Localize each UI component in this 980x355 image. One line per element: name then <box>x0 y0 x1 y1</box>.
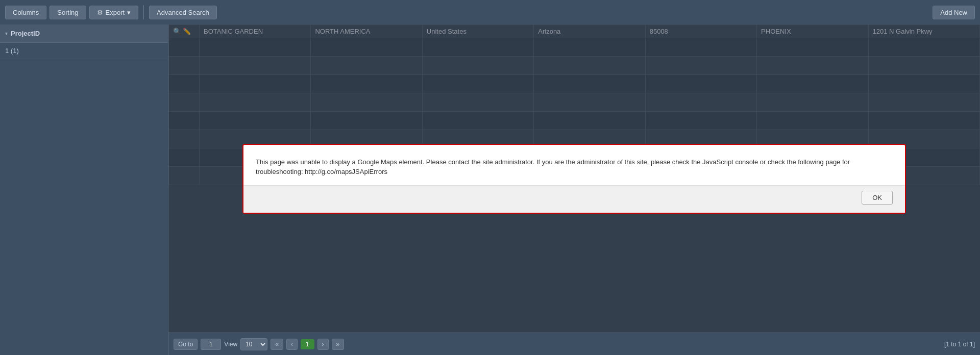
pagination-info: [1 to 1 of 1] <box>944 341 975 348</box>
export-dropdown-icon: ▾ <box>127 9 131 16</box>
project-header: ▾ ProjectID <box>0 24 168 43</box>
next-page-button[interactable]: › <box>317 339 329 350</box>
export-button[interactable]: ⚙ Export ▾ <box>89 6 139 19</box>
current-page-button[interactable]: 1 <box>301 339 314 349</box>
export-label: Export <box>106 9 125 16</box>
left-panel: ▾ ProjectID 1 (1) <box>0 24 168 355</box>
modal-ok-button[interactable]: OK <box>862 191 893 205</box>
project-item[interactable]: 1 (1) <box>0 43 168 59</box>
main-content: ▾ ProjectID 1 (1) 🔍 ✏️ <box>0 24 980 355</box>
error-message: This page was unable to display a Google… <box>256 157 893 177</box>
advanced-search-button[interactable]: Advanced Search <box>149 6 217 19</box>
toolbar: Columns Sorting ⚙ Export ▾ Advanced Sear… <box>0 0 980 24</box>
page-number-input[interactable] <box>201 339 221 350</box>
add-new-button[interactable]: Add New <box>933 6 975 19</box>
toolbar-separator <box>143 5 144 19</box>
error-dialog: This page was unable to display a Google… <box>242 144 906 214</box>
sorting-button[interactable]: Sorting <box>50 6 86 19</box>
prev-page-button[interactable]: ‹ <box>286 339 298 350</box>
last-page-button[interactable]: » <box>332 339 345 350</box>
toolbar-right: Add New <box>933 6 975 19</box>
modal-body: This page was unable to display a Google… <box>243 145 905 185</box>
gear-icon: ⚙ <box>97 9 103 16</box>
toolbar-left: Columns Sorting ⚙ Export ▾ Advanced Sear… <box>5 5 217 19</box>
modal-overlay: This page was unable to display a Google… <box>168 24 980 333</box>
columns-button[interactable]: Columns <box>5 6 46 19</box>
first-page-button[interactable]: « <box>271 339 283 350</box>
modal-footer: OK <box>243 185 905 213</box>
page-size-select[interactable]: 10 25 50 100 <box>240 338 267 350</box>
chevron-down-icon: ▾ <box>5 31 8 36</box>
view-label: View <box>224 341 237 348</box>
project-id-title: ProjectID <box>11 30 40 37</box>
pagination-bar: Go to View 10 25 50 100 « ‹ 1 › » [1 to … <box>168 333 980 355</box>
grid-area: 🔍 ✏️ BOTANIC GARDEN NORTH AMERICA United… <box>168 24 980 355</box>
grid-table-wrapper: 🔍 ✏️ BOTANIC GARDEN NORTH AMERICA United… <box>168 24 980 333</box>
go-to-button[interactable]: Go to <box>174 339 198 350</box>
